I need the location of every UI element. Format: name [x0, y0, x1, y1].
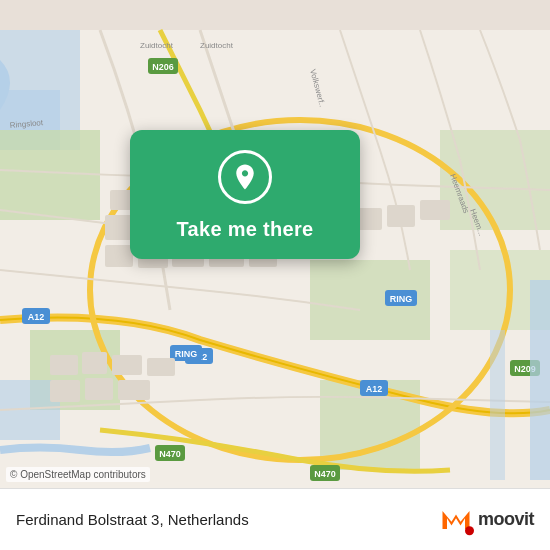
svg-marker-64 [442, 511, 469, 529]
svg-rect-60 [85, 378, 113, 400]
svg-text:Zuidtocht: Zuidtocht [140, 41, 174, 50]
svg-rect-3 [0, 130, 100, 220]
svg-rect-56 [82, 352, 107, 374]
location-pin-icon [218, 150, 272, 204]
svg-rect-40 [105, 215, 133, 240]
svg-rect-63 [490, 330, 505, 480]
svg-rect-55 [50, 355, 78, 375]
svg-text:RING: RING [175, 349, 198, 359]
svg-rect-59 [50, 380, 80, 402]
take-me-there-button-label: Take me there [177, 218, 314, 241]
svg-rect-61 [118, 380, 150, 400]
svg-rect-53 [387, 205, 415, 227]
svg-text:A12: A12 [28, 312, 45, 322]
svg-text:N470: N470 [314, 469, 336, 479]
svg-rect-45 [105, 245, 133, 267]
osm-credit-text: © OpenStreetMap contributors [10, 469, 146, 480]
address-text: Ferdinand Bolstraat 3, Netherlands [16, 511, 249, 528]
svg-rect-62 [530, 280, 550, 480]
svg-text:N206: N206 [152, 62, 174, 72]
svg-rect-54 [420, 200, 450, 220]
svg-rect-57 [112, 355, 142, 375]
take-me-there-card[interactable]: Take me there [130, 130, 360, 259]
moovit-logo-icon [438, 502, 474, 538]
svg-text:RING: RING [390, 294, 413, 304]
svg-rect-58 [147, 358, 175, 376]
moovit-logo-text: moovit [478, 509, 534, 530]
svg-text:A12: A12 [366, 384, 383, 394]
svg-point-65 [465, 526, 474, 535]
svg-text:Zuidtocht: Zuidtocht [200, 41, 234, 50]
svg-text:N470: N470 [159, 449, 181, 459]
osm-credit: © OpenStreetMap contributors [6, 467, 150, 482]
bottom-bar: Ferdinand Bolstraat 3, Netherlands moovi… [0, 488, 550, 550]
moovit-logo: moovit [438, 502, 534, 538]
map-container: A12 A12 A12 RING RING N206 N470 N470 N20… [0, 0, 550, 550]
